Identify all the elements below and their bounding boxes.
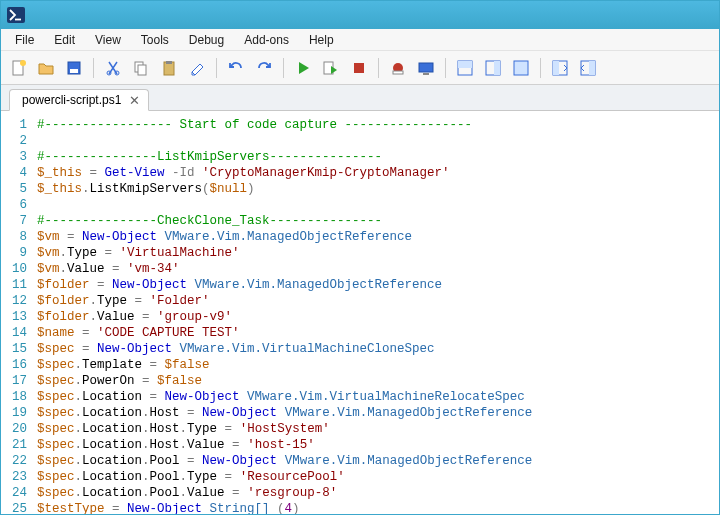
code-line[interactable]: $testType = New-Object String[] (4) (37, 501, 719, 515)
token-punc: -Id (165, 166, 203, 180)
copy-icon[interactable] (128, 55, 154, 81)
tab-active[interactable]: powercli-script.ps1 ✕ (9, 89, 149, 111)
token-punc: ( (202, 182, 210, 196)
menu-file[interactable]: File (5, 31, 44, 49)
code-line[interactable]: $name = 'CODE CAPTURE TEST' (37, 325, 719, 341)
token-comment: #----------------- Start of code capture… (37, 118, 472, 132)
token-punc (277, 454, 285, 468)
line-number: 12 (1, 293, 27, 309)
code-line[interactable]: $spec.Template = $false (37, 357, 719, 373)
token-punc: . (75, 358, 83, 372)
code-line[interactable]: $vm = New-Object VMware.Vim.ManagedObjec… (37, 229, 719, 245)
titlebar (1, 1, 719, 29)
token-punc: = (180, 406, 203, 420)
code-line[interactable]: $folder = New-Object VMware.Vim.ManagedO… (37, 277, 719, 293)
code-line[interactable]: $spec.Location.Pool = New-Object VMware.… (37, 453, 719, 469)
cut-icon[interactable] (100, 55, 126, 81)
menu-edit[interactable]: Edit (44, 31, 85, 49)
svg-rect-19 (458, 61, 472, 68)
code-line[interactable]: $spec.Location.Pool.Type = 'ResourcePool… (37, 469, 719, 485)
token-str: 'vm-34' (127, 262, 180, 276)
line-number: 16 (1, 357, 27, 373)
code-line[interactable]: #---------------ListKmipServers---------… (37, 149, 719, 165)
code-line[interactable]: $spec.PowerOn = $false (37, 373, 719, 389)
token-punc: = (75, 326, 98, 340)
code-line[interactable] (37, 133, 719, 149)
menu-help[interactable]: Help (299, 31, 344, 49)
breakpoint-icon[interactable] (385, 55, 411, 81)
line-number: 8 (1, 229, 27, 245)
undo-icon[interactable] (223, 55, 249, 81)
line-number: 13 (1, 309, 27, 325)
token-str: 'CryptoManagerKmip-CryptoManager' (202, 166, 450, 180)
menu-add-ons[interactable]: Add-ons (234, 31, 299, 49)
token-prop: Value (187, 438, 225, 452)
save-icon[interactable] (61, 55, 87, 81)
token-var: $spec (37, 470, 75, 484)
line-number: 18 (1, 389, 27, 405)
run-selection-icon[interactable] (318, 55, 344, 81)
clear-icon[interactable] (184, 55, 210, 81)
open-file-icon[interactable] (33, 55, 59, 81)
token-punc (172, 342, 180, 356)
token-var: $spec (37, 342, 75, 356)
code-line[interactable]: $spec.Location.Host = New-Object VMware.… (37, 405, 719, 421)
token-punc: . (180, 486, 188, 500)
code-line[interactable]: $spec.Location.Host.Value = 'host-15' (37, 437, 719, 453)
token-type: VMware.Vim.VirtualMachineRelocateSpec (247, 390, 525, 404)
svg-rect-5 (70, 69, 78, 73)
token-punc: = (135, 374, 158, 388)
code-line[interactable]: $spec.Location = New-Object VMware.Vim.V… (37, 389, 719, 405)
token-punc: = (142, 390, 165, 404)
menu-tools[interactable]: Tools (131, 31, 179, 49)
code-line[interactable]: $spec = New-Object VMware.Vim.VirtualMac… (37, 341, 719, 357)
run-icon[interactable] (290, 55, 316, 81)
code-line[interactable]: $spec.Location.Host.Type = 'HostSystem' (37, 421, 719, 437)
code-line[interactable]: $folder.Type = 'Folder' (37, 293, 719, 309)
token-var: $false (165, 358, 210, 372)
token-type: VMware.Vim.ManagedObjectReference (285, 406, 533, 420)
code-line[interactable]: $spec.Location.Pool.Value = 'resgroup-8' (37, 485, 719, 501)
tab-label: powercli-script.ps1 (22, 93, 121, 107)
show-commands-icon[interactable] (547, 55, 573, 81)
redo-icon[interactable] (251, 55, 277, 81)
stop-icon[interactable] (346, 55, 372, 81)
token-punc: . (75, 390, 83, 404)
code-line[interactable]: $_this = Get-View -Id 'CryptoManagerKmip… (37, 165, 719, 181)
pane-max-icon[interactable] (508, 55, 534, 81)
pane-script-icon[interactable] (452, 55, 478, 81)
code-line[interactable] (37, 197, 719, 213)
token-type: VMware.Vim.VirtualMachineCloneSpec (180, 342, 435, 356)
token-prop: Host (150, 438, 180, 452)
token-punc: = (142, 358, 165, 372)
code-line[interactable]: $vm.Value = 'vm-34' (37, 261, 719, 277)
token-prop: Location (82, 470, 142, 484)
code-editor[interactable]: 1234567891011121314151617181920212223242… (1, 111, 719, 515)
line-number: 10 (1, 261, 27, 277)
token-punc: = (105, 502, 128, 515)
code-line[interactable]: #---------------CheckClone_Task---------… (37, 213, 719, 229)
menu-view[interactable]: View (85, 31, 131, 49)
token-type: String[] (210, 502, 270, 515)
line-number: 25 (1, 501, 27, 515)
token-punc: . (75, 406, 83, 420)
code-line[interactable]: $vm.Type = 'VirtualMachine' (37, 245, 719, 261)
close-icon[interactable]: ✕ (129, 94, 140, 107)
new-file-icon[interactable] (5, 55, 31, 81)
token-cmdlet: New-Object (165, 390, 240, 404)
line-number: 21 (1, 437, 27, 453)
token-prop: Location (82, 486, 142, 500)
code-area[interactable]: #----------------- Start of code capture… (37, 117, 719, 515)
pane-right-icon[interactable] (480, 55, 506, 81)
token-punc (277, 406, 285, 420)
menu-debug[interactable]: Debug (179, 31, 234, 49)
remote-icon[interactable] (413, 55, 439, 81)
code-line[interactable]: $folder.Value = 'group-v9' (37, 309, 719, 325)
show-addon-icon[interactable] (575, 55, 601, 81)
token-str: 'CODE CAPTURE TEST' (97, 326, 240, 340)
code-line[interactable]: $_this.ListKmipServers($null) (37, 181, 719, 197)
code-line[interactable]: #----------------- Start of code capture… (37, 117, 719, 133)
token-prop: Location (82, 454, 142, 468)
token-var: $false (157, 374, 202, 388)
paste-icon[interactable] (156, 55, 182, 81)
